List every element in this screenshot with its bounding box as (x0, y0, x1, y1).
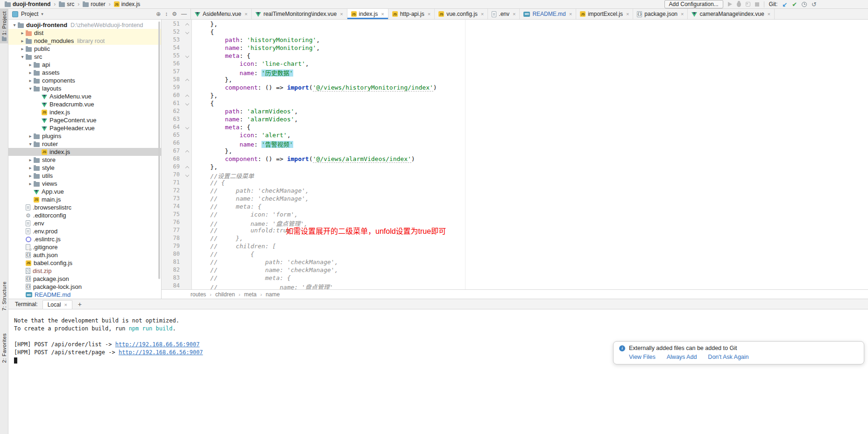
fold-column[interactable] (183, 28, 191, 36)
tree-item[interactable]: ▸views (8, 180, 161, 188)
run-icon[interactable] (728, 2, 732, 7)
editor-tab[interactable]: importExcel.js× (576, 9, 633, 19)
tree-item[interactable]: ▾layouts (8, 84, 161, 92)
code-line[interactable]: 78 // }, (162, 235, 868, 243)
close-icon[interactable]: × (626, 11, 629, 17)
expand-arrow-icon[interactable]: ▸ (27, 173, 34, 178)
project-tool-button[interactable]: 1: Project (0, 9, 8, 43)
tree-item[interactable]: ▸dist (8, 29, 161, 37)
breadcrumb-item[interactable]: meta (244, 291, 257, 298)
tree-item[interactable]: AsideMenu.vue (8, 92, 161, 100)
terminal-tab-local[interactable]: Local × (42, 300, 72, 309)
line-number[interactable]: 68 (162, 155, 183, 163)
code-line[interactable]: 67 }, (162, 147, 868, 155)
expand-arrow-icon[interactable]: ▸ (27, 133, 34, 139)
project-panel-title[interactable]: Project (21, 11, 38, 17)
code-line[interactable]: 75 // icon: 'form', (162, 211, 868, 219)
line-number[interactable]: 53 (162, 36, 183, 44)
tree-item[interactable]: auth.json (8, 251, 161, 259)
code-line[interactable]: 53 path: 'historyMonitoring', (162, 36, 868, 44)
tree-item[interactable]: ▾duoji-frontendD:\zheheWeb\duoji-fronten… (8, 21, 161, 29)
line-number[interactable]: 81 (162, 259, 183, 266)
expand-arrow-icon[interactable]: ▾ (19, 54, 26, 59)
editor-tab[interactable]: index.js× (347, 9, 388, 19)
code-line[interactable]: 79 // children: [ (162, 243, 868, 251)
code-line[interactable]: 66 name: '告警视频' (162, 140, 868, 147)
expand-arrow-icon[interactable]: ▸ (19, 30, 26, 35)
tree-item[interactable]: .browserslistrc (8, 203, 161, 211)
editor-tab[interactable]: package.json× (633, 9, 688, 19)
git-history-icon[interactable] (802, 2, 807, 7)
expand-arrow-icon[interactable]: ▾ (27, 86, 34, 91)
line-number[interactable]: 58 (162, 76, 183, 84)
breadcrumb-item[interactable]: routes (191, 291, 206, 298)
tree-item[interactable]: ▸store (8, 156, 161, 164)
tree-item[interactable]: .editorconfig (8, 211, 161, 219)
line-number[interactable]: 54 (162, 44, 183, 52)
line-number[interactable]: 60 (162, 92, 183, 100)
fold-column[interactable] (183, 163, 191, 171)
code-line[interactable]: 59 component: () => import('@/views/hist… (162, 84, 868, 92)
expand-arrow-icon[interactable]: ▾ (11, 22, 18, 28)
line-number[interactable]: 78 (162, 235, 183, 243)
tree-item[interactable]: ▸plugins (8, 132, 161, 140)
line-number[interactable]: 82 (162, 266, 183, 274)
fold-column[interactable] (183, 76, 191, 84)
close-icon[interactable]: × (428, 11, 430, 17)
terminal-output[interactable]: Note that the development build is not o… (8, 309, 868, 434)
locate-file-icon[interactable]: ⊕ (156, 11, 161, 17)
line-number[interactable]: 55 (162, 52, 183, 60)
tree-item[interactable]: .env (8, 219, 161, 227)
collapse-all-icon[interactable]: ↕ (165, 11, 168, 17)
code-line[interactable]: 72 // path: 'checkManage', (162, 187, 868, 195)
editor-tab[interactable]: cameraManage\index.vue× (688, 9, 775, 19)
terminal-link[interactable]: http://192.168.66.56:9007 (115, 341, 200, 348)
expand-arrow-icon[interactable]: ▸ (27, 62, 34, 67)
tree-item[interactable]: package.json (8, 275, 161, 283)
tree-item[interactable]: babel.config.js (8, 259, 161, 267)
line-number[interactable]: 69 (162, 163, 183, 171)
code-line[interactable]: 80 // { (162, 251, 868, 259)
line-number[interactable]: 56 (162, 60, 183, 68)
tree-item[interactable]: ▸assets (8, 69, 161, 77)
run-with-coverage-icon[interactable] (746, 2, 750, 7)
editor-tab[interactable]: README.md× (520, 9, 576, 19)
tree-item[interactable]: ▾router (8, 140, 161, 148)
tree-item[interactable]: Breadcrumb.vue (8, 100, 161, 108)
tree-item[interactable]: ▸style (8, 164, 161, 172)
close-icon[interactable]: × (64, 302, 67, 308)
code-line[interactable]: 70 //设置二级菜单 (162, 171, 868, 179)
code-line[interactable]: 56 icon: 'line-chart', (162, 60, 868, 68)
code-line[interactable]: 81 // path: 'checkManage', (162, 259, 868, 266)
git-commit-icon[interactable]: ✔ (792, 1, 797, 8)
breadcrumb-item[interactable]: index.js (114, 1, 141, 7)
close-icon[interactable]: × (481, 11, 484, 17)
notification-action[interactable]: Always Add (667, 354, 697, 360)
tree-item[interactable]: App.vue (8, 188, 161, 196)
line-number[interactable]: 76 (162, 219, 183, 227)
code-line[interactable]: 51 }, (162, 21, 868, 28)
line-number[interactable]: 83 (162, 274, 183, 282)
code-line[interactable]: 83 // meta: { (162, 274, 868, 282)
code-line[interactable]: 74 // meta: { (162, 203, 868, 211)
tree-item[interactable]: main.js (8, 196, 161, 203)
tree-item[interactable]: PageContent.vue (8, 116, 161, 124)
fold-column[interactable] (183, 147, 191, 155)
tree-item[interactable]: ▾src (8, 53, 161, 61)
breadcrumb-item[interactable]: duoji-frontend (5, 1, 50, 7)
code-line[interactable]: 60 }, (162, 92, 868, 100)
close-icon[interactable]: × (340, 11, 343, 17)
expand-arrow-icon[interactable]: ▸ (27, 165, 34, 170)
code-line[interactable]: 84 // name: '盘点管理' (162, 282, 868, 289)
line-number[interactable]: 77 (162, 227, 183, 235)
line-number[interactable]: 64 (162, 124, 183, 132)
code-line[interactable]: 65 icon: 'alert', (162, 132, 868, 140)
line-number[interactable]: 74 (162, 203, 183, 211)
code-line[interactable]: 58 }, (162, 76, 868, 84)
expand-arrow-icon[interactable]: ▸ (27, 157, 34, 162)
breadcrumb-item[interactable]: name (266, 291, 280, 298)
new-terminal-button[interactable]: + (75, 301, 85, 308)
breadcrumb-item[interactable]: router (83, 1, 105, 7)
fold-column[interactable] (183, 171, 191, 179)
fold-column[interactable] (183, 124, 191, 132)
